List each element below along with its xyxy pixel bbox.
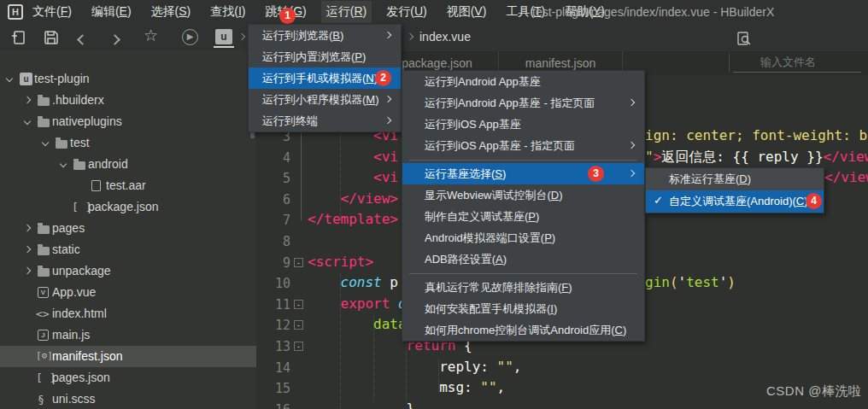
menu-item-label: 运行到Android App基座 - 指定页面	[425, 96, 595, 111]
menu-item-label: 自定义调试基座(Android)(C)	[669, 194, 808, 209]
line-number: 14	[256, 360, 290, 376]
base-submenu-item-2[interactable]: ✓自定义调试基座(Android)(C)4	[646, 190, 824, 213]
tree-item-test[interactable]: test	[0, 132, 256, 154]
phone-submenu-item-14[interactable]: 如何用chrome控制台调试Android应用(C)	[402, 319, 644, 341]
breadcrumb-current-file[interactable]: index.vue	[419, 30, 471, 44]
tree-item-main.js[interactable]: Jmain.js	[0, 324, 256, 346]
tree-item-nativeplugins[interactable]: nativeplugins	[0, 111, 256, 132]
chevron-right-icon[interactable]	[24, 96, 31, 103]
save-icon[interactable]	[43, 29, 60, 46]
new-file-icon[interactable]	[10, 29, 27, 46]
project-explorer: utest-plugin.hbuilderxnativepluginstesta…	[0, 51, 256, 409]
fold-marker-icon[interactable]: -	[294, 300, 303, 309]
tree-item-package.json[interactable]: [ ]package.json	[0, 196, 256, 218]
menu-item-label: 运行基座选择(S)	[425, 167, 506, 182]
phone-submenu-item-8[interactable]: 制作自定义调试基座(P)	[402, 206, 644, 227]
chevron-right-icon[interactable]	[24, 246, 31, 253]
phone-submenu-item-9[interactable]: Android模拟器端口设置(P)	[402, 227, 644, 248]
line-number: 8	[256, 234, 290, 249]
phone-submenu-item-3[interactable]: 运行到iOS App基座	[402, 114, 644, 135]
code-text: gin('test')	[645, 274, 736, 290]
tree-item-pages.json[interactable]: [ ]pages.json	[0, 367, 256, 389]
menu-item-label: 如何用chrome控制台调试Android应用(C)	[425, 323, 626, 338]
chevron-down-icon[interactable]	[42, 139, 49, 146]
code-text: msg: "",	[308, 379, 505, 395]
phone-submenu-item-10[interactable]: ADB路径设置(A)	[402, 248, 644, 270]
window-title: test-plugin/pages/index/index.vue - HBui…	[532, 5, 774, 19]
phone-submenu-item-12[interactable]: 真机运行常见故障排除指南(F)	[402, 277, 644, 298]
chevron-right-icon[interactable]	[24, 267, 31, 274]
phone-submenu-item-2[interactable]: 运行到Android App基座 - 指定页面	[402, 92, 644, 114]
file-icon	[91, 180, 101, 191]
search-input[interactable]	[760, 53, 861, 71]
tree-item-label: main.js	[52, 328, 90, 342]
menubar-item-7[interactable]: 发行(U)	[381, 1, 431, 23]
fold-marker-icon[interactable]: -	[294, 320, 303, 330]
run-icon[interactable]: ▶	[182, 29, 198, 45]
star-icon[interactable]: ☆	[144, 27, 161, 44]
code-text: </template>	[308, 211, 398, 227]
breadcrumb-project-icon[interactable]: u	[215, 29, 232, 44]
menu-item-label: Android模拟器端口设置(P)	[425, 231, 555, 246]
fold-marker-icon[interactable]: -	[294, 342, 303, 351]
tree-item-manifest.json[interactable]: [⚙]manifest.json	[0, 346, 256, 367]
phone-submenu-item-1[interactable]: 运行到Android App基座	[402, 71, 644, 92]
tree-item-.hbuilderx[interactable]: .hbuilderx	[0, 90, 256, 111]
tree-item-android[interactable]: android	[0, 154, 256, 175]
menu-item-label: 制作自定义调试基座(P)	[425, 209, 539, 225]
line-number: 7	[256, 213, 290, 228]
hbuilderx-logo-icon: H	[8, 4, 23, 20]
phone-submenu-item-13[interactable]: 如何安装配置手机模拟器(I)	[402, 298, 644, 319]
menu-item-label: 运行到Android App基座	[425, 74, 541, 90]
menubar-item-8[interactable]: 视图(V)	[442, 1, 492, 23]
base-submenu-item-1[interactable]: 标准运行基座(D)	[646, 168, 824, 190]
menubar-item-4[interactable]: 查找(I)	[205, 1, 250, 23]
chevron-right-icon[interactable]	[24, 225, 31, 231]
phone-submenu-item-6[interactable]: 运行基座选择(S)3	[402, 163, 644, 184]
tree-item-static[interactable]: static	[0, 239, 256, 260]
line-number: 13	[256, 339, 290, 354]
menu-item-label: 运行到iOS App基座 - 指定页面	[425, 138, 575, 154]
chevron-down-icon[interactable]	[24, 118, 31, 125]
code-line-16[interactable]: 16 }	[256, 400, 868, 409]
submenu-arrow-icon	[628, 170, 635, 177]
line-number: 6	[256, 192, 290, 207]
line-number: 10	[256, 276, 290, 291]
menubar-item-2[interactable]: 编辑(E)	[86, 1, 137, 23]
back-icon[interactable]	[79, 32, 96, 49]
menubar-item-3[interactable]: 选择(S)	[146, 1, 196, 23]
code-line-14[interactable]: 14 reply: "",	[256, 358, 868, 379]
tree-item-unpackage[interactable]: unpackage	[0, 260, 256, 282]
submenu-arrow-icon	[384, 117, 391, 124]
run-menu-item-3[interactable]: 运行到手机或模拟器(N)2	[249, 67, 401, 89]
run-menu-item-2[interactable]: 运行到内置浏览器(P)	[249, 46, 401, 67]
folder-icon	[38, 119, 50, 127]
code-text: ">返回信息: {{ reply }}</view>	[645, 149, 868, 167]
tree-item-App.vue[interactable]: VApp.vue	[0, 282, 256, 303]
run-menu-item-1[interactable]: 运行到浏览器(B)	[249, 25, 401, 46]
fold-marker-icon[interactable]: -	[294, 258, 303, 267]
tree-item-label: nativeplugins	[52, 114, 122, 128]
tree-item-uni.scss[interactable]: §uni.scss	[0, 389, 256, 409]
tree-item-index.html[interactable]: <>index.html	[0, 303, 256, 324]
annotation-badge-1: 1	[279, 8, 296, 24]
menu-item-label: 标准运行基座(D)	[669, 172, 751, 187]
menubar-item-1[interactable]: 文件(F)	[27, 1, 77, 23]
submenu-arrow-icon	[384, 96, 391, 102]
forward-icon[interactable]	[111, 32, 128, 49]
tree-item-test-plugin[interactable]: utest-plugin	[0, 68, 256, 90]
menu-item-label: 真机运行常见故障排除指南(F)	[425, 280, 572, 295]
tree-item-label: test-plugin	[34, 72, 90, 85]
chevron-down-icon[interactable]	[6, 75, 13, 82]
phone-submenu-item-4[interactable]: 运行到iOS App基座 - 指定页面	[402, 135, 644, 156]
folder-icon	[38, 225, 50, 234]
tree-item-test.aar[interactable]: test.aar	[0, 175, 256, 196]
run-menu-item-5[interactable]: 运行到终端	[249, 110, 401, 131]
chevron-down-icon[interactable]	[60, 161, 67, 167]
run-menu: 运行到浏览器(B)运行到内置浏览器(P)运行到手机或模拟器(N)2运行到小程序模…	[248, 24, 402, 132]
tree-item-pages[interactable]: pages	[0, 218, 256, 239]
phone-submenu-item-7[interactable]: 显示Webview调试控制台(D)	[402, 184, 644, 206]
run-menu-item-4[interactable]: 运行到小程序模拟器(M)	[249, 89, 401, 110]
menubar-item-6[interactable]: 运行(R)	[321, 1, 372, 23]
menu-item-label: 显示Webview调试控制台(D)	[425, 188, 563, 203]
